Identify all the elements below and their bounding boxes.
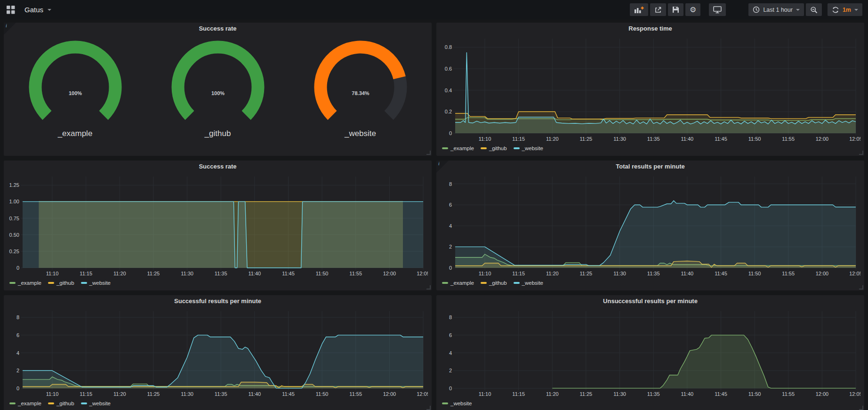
chart-block: 11:1011:1511:2011:2511:3011:3511:4011:45… [436,307,864,410]
panel-resize-handle[interactable] [859,285,863,289]
svg-text:0.50: 0.50 [9,232,19,238]
legend-item-_github[interactable]: _github [481,145,507,151]
gauge-row: 100% _example 100% _github 78.34% _websi… [4,35,432,156]
svg-text:0: 0 [449,130,452,136]
panel-title[interactable]: Unsuccessful results per minute [436,295,864,307]
dashboard-grid: i Success rate 100% _example 100% _githu… [0,19,868,410]
chart-plot[interactable]: 11:1011:1511:2011:2511:3011:3511:4011:45… [7,173,428,278]
chevron-down-icon [854,9,858,11]
svg-text:11:35: 11:35 [647,271,660,276]
clock-icon [753,6,760,13]
panel-resize-handle[interactable] [426,406,431,410]
settings-button[interactable]: ⚙ [685,3,700,16]
add-panel-icon [634,6,644,14]
chart-plot[interactable]: 11:1011:1511:2011:2511:3011:3511:4011:45… [7,307,428,399]
chart-plot[interactable]: 11:1011:1511:2011:2511:3011:3511:4011:45… [439,307,860,399]
chart-legend: _website [439,399,860,408]
svg-text:11:30: 11:30 [613,271,626,276]
svg-text:8: 8 [449,314,452,320]
svg-text:11:35: 11:35 [647,136,660,142]
panel-title[interactable]: Success rate [4,23,432,35]
legend-item-_website[interactable]: _website [514,280,543,286]
panel-response-time: Response time 11:1011:1511:2011:2511:301… [436,23,864,156]
gauge-arc: 78.34% [297,38,424,129]
chart-canvas-success-rate[interactable]: 11:1011:1511:2011:2511:3011:3511:4011:45… [7,173,428,278]
monitor-icon [713,6,722,14]
chart-canvas-successful-results[interactable]: 11:1011:1511:2011:2511:3011:3511:4011:45… [7,307,428,399]
svg-text:0.2: 0.2 [445,109,452,114]
svg-text:11:15: 11:15 [512,391,525,397]
svg-text:11:15: 11:15 [512,136,525,142]
panel-resize-handle[interactable] [426,285,431,289]
gauge-_example: 100% _example [12,38,139,138]
svg-text:8: 8 [449,181,452,187]
share-button[interactable] [650,3,666,16]
svg-text:0.4: 0.4 [445,88,452,93]
chevron-down-icon [48,9,51,11]
svg-text:2: 2 [16,368,19,373]
save-icon [672,6,679,13]
share-icon [654,6,662,14]
svg-text:11:25: 11:25 [580,136,593,142]
dashboard-title-dropdown[interactable]: Gatus [22,4,54,16]
legend-item-_website[interactable]: _website [514,145,543,151]
svg-text:11:25: 11:25 [580,271,593,276]
svg-text:12:00: 12:00 [383,271,396,276]
chart-canvas-unsuccessful-results[interactable]: 11:1011:1511:2011:2511:3011:3511:4011:45… [439,307,860,399]
chart-canvas-response-time[interactable]: 11:1011:1511:2011:2511:3011:3511:4011:45… [439,35,860,144]
legend-item-_example[interactable]: _example [9,401,41,406]
panel-info-icon[interactable]: i [436,161,449,173]
chart-plot[interactable]: 11:1011:1511:2011:2511:3011:3511:4011:45… [439,35,860,144]
legend-item-_github[interactable]: _github [481,280,507,286]
panel-title[interactable]: Total results per minute [436,161,864,173]
gauge-_github: 100% _github [154,38,281,138]
svg-text:11:55: 11:55 [782,391,795,397]
time-range-picker[interactable]: Last 1 hour [748,3,804,16]
chart-legend: _example_github_website [7,278,428,288]
svg-text:0: 0 [449,386,452,391]
svg-text:11:15: 11:15 [80,271,92,276]
svg-text:11:55: 11:55 [349,271,362,276]
svg-text:11:30: 11:30 [181,271,193,276]
svg-text:11:30: 11:30 [613,136,626,142]
gauge-value: 100% [68,90,81,96]
add-panel-button[interactable] [630,3,648,16]
legend-item-_example[interactable]: _example [442,145,474,151]
dashboards-grid-icon-button[interactable] [6,5,16,15]
legend-item-_example[interactable]: _example [442,280,474,286]
panel-success-rate-series: Success rate 11:1011:1511:2011:2511:3011… [4,161,432,290]
svg-text:11:50: 11:50 [748,136,761,142]
svg-text:0: 0 [16,265,19,271]
info-icon: i [6,23,7,28]
zoom-out-button[interactable] [806,3,822,16]
svg-text:11:25: 11:25 [580,391,593,397]
save-button[interactable] [668,3,683,16]
panel-info-icon[interactable]: i [4,23,16,35]
svg-text:2: 2 [449,244,452,249]
legend-item-_website[interactable]: _website [81,280,111,286]
panel-title[interactable]: Response time [436,23,864,35]
svg-text:0: 0 [16,386,19,391]
svg-text:4: 4 [449,350,452,356]
legend-item-_website[interactable]: _website [81,401,111,406]
svg-text:11:30: 11:30 [613,391,626,397]
tv-mode-button[interactable] [709,3,726,16]
svg-text:11:35: 11:35 [215,271,227,276]
chart-plot[interactable]: 11:1011:1511:2011:2511:3011:3511:4011:45… [439,173,860,278]
legend-item-_website[interactable]: _website [442,401,472,406]
legend-item-_github[interactable]: _github [48,401,74,406]
panel-resize-handle[interactable] [859,406,863,410]
gauge-arc: 100% [12,38,139,129]
svg-text:2: 2 [449,368,452,373]
panel-title[interactable]: Successful results per minute [4,295,432,307]
chart-canvas-total-results[interactable]: 11:1011:1511:2011:2511:3011:3511:4011:45… [439,173,860,278]
legend-item-_example[interactable]: _example [9,280,41,286]
svg-text:11:20: 11:20 [113,271,126,276]
panel-resize-handle[interactable] [426,151,431,155]
panel-title[interactable]: Success rate [4,161,432,173]
svg-text:0.6: 0.6 [445,66,452,72]
panel-resize-handle[interactable] [859,151,863,155]
legend-item-_github[interactable]: _github [48,280,74,286]
chart-block: 11:1011:1511:2011:2511:3011:3511:4011:45… [436,173,864,290]
refresh-interval-button[interactable]: 1m [828,3,862,16]
